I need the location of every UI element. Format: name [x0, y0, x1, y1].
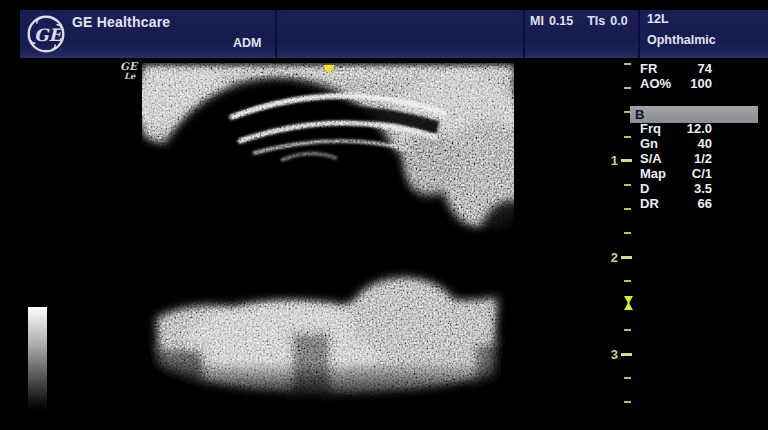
ultrasound-display-screen: GE GE Healthcare ADM MI 0.15 TIs 0.0 12L…	[0, 0, 768, 430]
param-label: DR	[640, 196, 659, 211]
depth-label-3: 3	[604, 348, 618, 361]
tis-value: 0.0	[610, 14, 627, 28]
ge-logo-icon: GE	[26, 14, 66, 54]
grayscale-bar	[28, 307, 47, 411]
param-value: 3.5	[694, 181, 712, 196]
depth-label-2: 2	[604, 251, 618, 264]
header-divider	[638, 10, 640, 58]
param-value: 74	[698, 61, 712, 76]
param-row-fr: FR 74	[640, 61, 712, 76]
param-row-gn: Gn 40	[640, 136, 712, 151]
depth-tick	[624, 401, 631, 403]
param-row-sa: S/A 1/2	[640, 151, 712, 166]
param-row-ao: AO% 100	[640, 76, 712, 91]
depth-tick	[624, 63, 631, 65]
depth-tick	[624, 87, 631, 89]
param-row-frq: Frq 12.0	[640, 121, 712, 136]
mi-readout: MI 0.15	[530, 14, 573, 28]
param-label: D	[640, 181, 649, 196]
operator-id: ADM	[233, 36, 261, 50]
acoustic-output-readout: MI 0.15 TIs 0.0	[530, 14, 628, 28]
brand-title: GE Healthcare	[72, 14, 170, 30]
depth-tick	[624, 232, 631, 234]
param-value: 66	[698, 196, 712, 211]
param-value: 40	[698, 136, 712, 151]
header-bar: GE GE Healthcare ADM MI 0.15 TIs 0.0 12L…	[20, 10, 768, 58]
tis-label: TIs	[587, 14, 605, 28]
probe-name: 12L	[647, 12, 716, 26]
tis-readout: TIs 0.0	[587, 14, 627, 28]
param-value: 1/2	[694, 151, 712, 166]
probe-preset-block: 12L Ophthalmic	[647, 12, 716, 47]
param-label: Frq	[640, 121, 661, 136]
bmode-ultrasound-image	[142, 63, 514, 408]
svg-text:GE: GE	[34, 25, 65, 45]
depth-tick	[624, 329, 631, 331]
param-row-dr: DR 66	[640, 196, 712, 211]
orientation-label: Le	[120, 71, 137, 81]
param-row-map: Map C/1	[640, 166, 712, 181]
depth-tick-major	[621, 159, 632, 162]
param-label: S/A	[640, 151, 662, 166]
depth-tick	[624, 377, 631, 379]
depth-tick-major	[621, 353, 632, 356]
image-logo-mark: GE	[120, 61, 137, 71]
depth-tick	[624, 111, 631, 113]
depth-tick	[624, 280, 631, 282]
depth-tick	[624, 136, 631, 138]
mode-label: B	[635, 107, 644, 122]
preset-name: Ophthalmic	[647, 33, 716, 47]
mi-value: 0.15	[549, 14, 573, 28]
param-label: Map	[640, 166, 666, 181]
header-divider	[523, 10, 525, 58]
image-orientation-mark: GE Le	[120, 61, 137, 81]
depth-tick	[624, 184, 631, 186]
param-value: C/1	[692, 166, 712, 181]
param-label: FR	[640, 61, 657, 76]
param-value: 100	[690, 76, 712, 91]
depth-tick-major	[621, 256, 632, 259]
param-value: 12.0	[687, 121, 712, 136]
depth-tick	[624, 208, 631, 210]
header-divider	[275, 10, 277, 58]
depth-label-1: 1	[604, 154, 618, 167]
param-row-d: D 3.5	[640, 181, 712, 196]
mi-label: MI	[530, 14, 544, 28]
param-label: Gn	[640, 136, 658, 151]
param-label: AO%	[640, 76, 671, 91]
focus-position-marker-icon	[624, 296, 633, 310]
